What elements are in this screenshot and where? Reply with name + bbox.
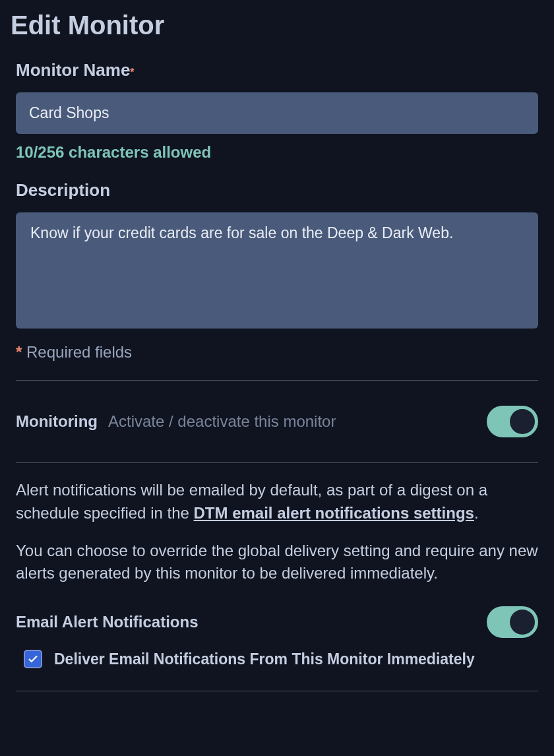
toggle-knob bbox=[510, 409, 535, 434]
alert-info-paragraph-1: Alert notifications will be emailed by d… bbox=[16, 479, 538, 525]
alert-info-suffix: . bbox=[474, 504, 479, 522]
section-divider bbox=[16, 380, 538, 381]
email-notifications-toggle[interactable] bbox=[487, 606, 538, 638]
monitor-name-char-counter: 10/256 characters allowed bbox=[16, 143, 538, 162]
monitoring-label-group: Monitoring Activate / deactivate this mo… bbox=[16, 412, 336, 431]
checkmark-icon bbox=[27, 653, 39, 665]
monitoring-hint: Activate / deactivate this monitor bbox=[108, 412, 336, 431]
monitor-name-label-row: Monitor Name* bbox=[16, 60, 538, 92]
required-fields-text: Required fields bbox=[22, 343, 132, 361]
monitoring-toggle[interactable] bbox=[487, 406, 538, 437]
deliver-immediately-row: Deliver Email Notifications From This Mo… bbox=[16, 650, 538, 668]
email-notifications-header: Email Alert Notifications bbox=[16, 606, 538, 638]
monitoring-toggle-row: Monitoring Activate / deactivate this mo… bbox=[16, 396, 538, 447]
page-title: Edit Monitor bbox=[11, 11, 543, 40]
alert-info-paragraph-2: You can choose to override the global de… bbox=[16, 540, 538, 586]
description-textarea[interactable]: Know if your credit cards are for sale o… bbox=[16, 212, 538, 329]
email-notifications-label: Email Alert Notifications bbox=[16, 613, 199, 631]
deliver-immediately-label: Deliver Email Notifications From This Mo… bbox=[54, 650, 475, 668]
required-asterisk-icon: * bbox=[130, 67, 134, 78]
monitor-name-field-group: Monitor Name* 10/256 characters allowed bbox=[16, 60, 538, 162]
monitor-name-input[interactable] bbox=[16, 92, 538, 134]
required-asterisk-icon: * bbox=[16, 343, 22, 361]
toggle-knob bbox=[510, 610, 535, 635]
dtm-settings-link[interactable]: DTM email alert notifications settings bbox=[194, 504, 474, 522]
monitor-name-label: Monitor Name bbox=[16, 60, 130, 80]
edit-monitor-form: Monitor Name* 10/256 characters allowed … bbox=[11, 60, 543, 691]
section-divider bbox=[16, 462, 538, 463]
section-divider bbox=[16, 691, 538, 691]
monitoring-label: Monitoring bbox=[16, 412, 98, 431]
email-notifications-section: Email Alert Notifications Deliver Email … bbox=[16, 600, 538, 675]
deliver-immediately-checkbox[interactable] bbox=[24, 650, 42, 668]
description-label: Description bbox=[16, 180, 110, 201]
description-field-group: Description Know if your credit cards ar… bbox=[16, 180, 538, 362]
required-fields-note: * Required fields bbox=[16, 343, 538, 362]
